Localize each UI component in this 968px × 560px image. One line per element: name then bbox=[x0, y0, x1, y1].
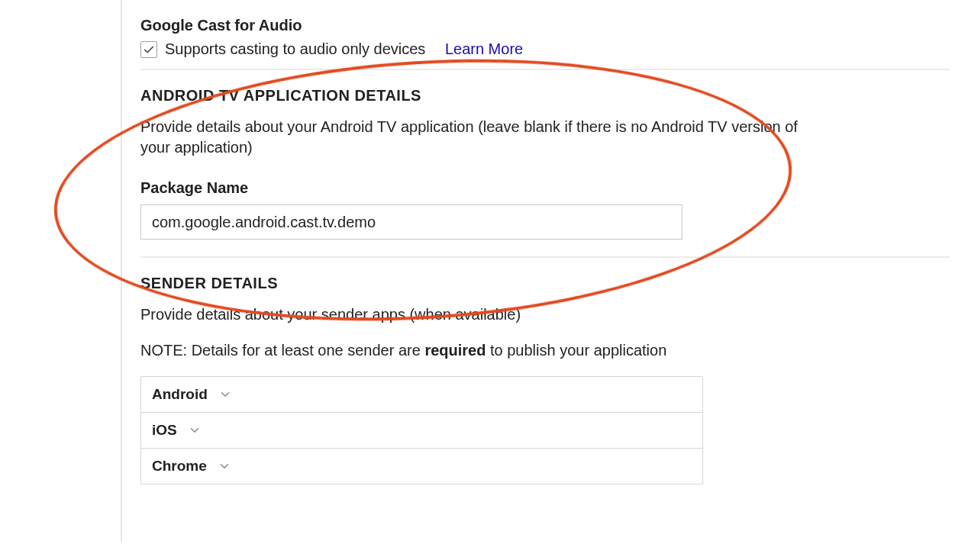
package-name-input[interactable] bbox=[140, 204, 682, 240]
cast-audio-checkbox-label: Supports casting to audio only devices bbox=[165, 40, 425, 58]
cast-audio-learn-more-link[interactable]: Learn More bbox=[445, 40, 523, 58]
sender-note-required: required bbox=[424, 342, 486, 359]
android-tv-description: Provide details about your Android TV ap… bbox=[140, 117, 828, 158]
sender-row-chrome[interactable]: Chrome bbox=[141, 448, 702, 484]
form-content: Google Cast for Audio Supports casting t… bbox=[140, 17, 950, 484]
chevron-down-icon bbox=[218, 388, 232, 401]
sender-row-label: Chrome bbox=[152, 458, 207, 475]
sender-details-description: Provide details about your sender apps (… bbox=[140, 304, 828, 325]
sender-details-note: NOTE: Details for at least one sender ar… bbox=[140, 342, 950, 359]
sender-details-heading: SENDER DETAILS bbox=[140, 275, 950, 292]
sender-note-prefix: NOTE: Details for at least one sender ar… bbox=[140, 342, 424, 359]
package-name-label: Package Name bbox=[140, 179, 950, 197]
section-divider-2 bbox=[140, 256, 950, 258]
sender-list: Android iOS Chrome bbox=[140, 376, 703, 484]
sender-note-suffix: to publish your application bbox=[486, 342, 666, 359]
cast-audio-checkbox[interactable] bbox=[140, 41, 157, 58]
sender-row-ios[interactable]: iOS bbox=[141, 412, 702, 448]
left-divider bbox=[121, 0, 122, 542]
cast-audio-checkbox-row: Supports casting to audio only devices L… bbox=[140, 40, 950, 58]
chevron-down-icon bbox=[188, 423, 202, 437]
sender-row-android[interactable]: Android bbox=[141, 377, 702, 412]
sender-row-label: iOS bbox=[152, 422, 177, 439]
section-divider bbox=[140, 69, 950, 70]
cast-audio-heading: Google Cast for Audio bbox=[140, 17, 950, 34]
sender-row-label: Android bbox=[152, 386, 208, 403]
chevron-down-icon bbox=[218, 459, 231, 473]
check-icon bbox=[143, 43, 155, 56]
android-tv-heading: ANDROID TV APPLICATION DETAILS bbox=[140, 87, 950, 105]
